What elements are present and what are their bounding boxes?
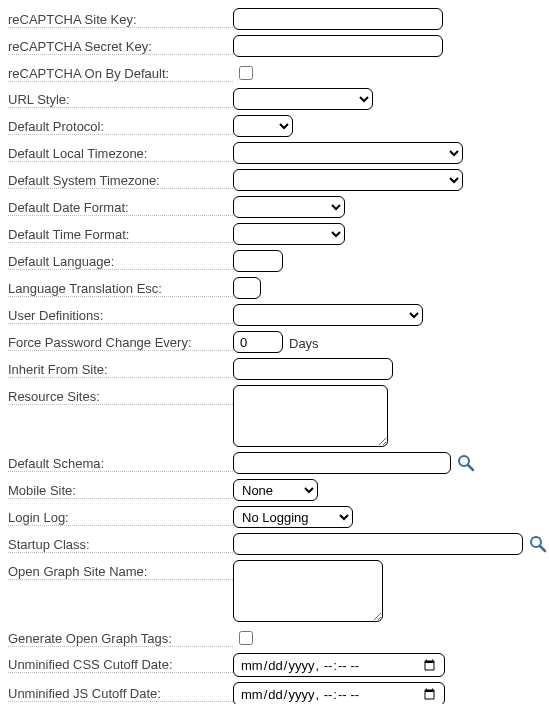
startup-class-label: Startup Class: [8,533,233,553]
recaptcha-on-default-label: reCAPTCHA On By Default: [8,62,233,82]
og-site-name-label: Open Graph Site Name: [8,560,233,580]
recaptcha-on-default-checkbox[interactable] [239,66,253,80]
recaptcha-secret-key-label: reCAPTCHA Secret Key: [8,35,233,55]
inherit-from-site-input[interactable] [233,358,393,380]
unminified-js-cutoff-label: Unminified JS Cutoff Date: [8,682,233,702]
recaptcha-site-key-input[interactable] [233,8,443,30]
login-log-select[interactable]: No Logging [233,506,353,528]
inherit-from-site-label: Inherit From Site: [8,358,233,378]
resource-sites-textarea[interactable] [233,385,388,447]
default-local-tz-label: Default Local Timezone: [8,142,233,162]
svg-line-3 [540,546,545,551]
generate-og-tags-label: Generate Open Graph Tags: [8,627,233,647]
default-system-tz-label: Default System Timezone: [8,169,233,189]
lang-translation-esc-label: Language Translation Esc: [8,277,233,297]
unminified-css-cutoff-input[interactable] [233,653,445,677]
unminified-css-cutoff-label: Unminified CSS Cutoff Date: [8,653,233,673]
svg-line-1 [468,465,473,470]
unminified-js-cutoff-input[interactable] [233,682,445,704]
recaptcha-secret-key-input[interactable] [233,35,443,57]
default-time-format-select[interactable] [233,223,345,245]
default-local-tz-select[interactable] [233,142,463,164]
default-date-format-select[interactable] [233,196,345,218]
startup-class-input[interactable] [233,533,523,555]
force-pw-change-suffix: Days [289,334,319,351]
recaptcha-site-key-label: reCAPTCHA Site Key: [8,8,233,28]
user-definitions-select[interactable] [233,304,423,326]
magnify-icon[interactable] [457,454,475,472]
default-schema-label: Default Schema: [8,452,233,472]
generate-og-tags-checkbox[interactable] [239,631,253,645]
mobile-site-label: Mobile Site: [8,479,233,499]
login-log-label: Login Log: [8,506,233,526]
default-protocol-select[interactable] [233,115,293,137]
magnify-icon[interactable] [529,535,547,553]
default-schema-input[interactable] [233,452,451,474]
og-site-name-textarea[interactable] [233,560,383,622]
force-pw-change-input[interactable] [233,331,283,353]
lang-translation-esc-input[interactable] [233,277,261,299]
default-system-tz-select[interactable] [233,169,463,191]
default-date-format-label: Default Date Format: [8,196,233,216]
mobile-site-select[interactable]: None [233,479,318,501]
default-time-format-label: Default Time Format: [8,223,233,243]
url-style-select[interactable] [233,88,373,110]
default-protocol-label: Default Protocol: [8,115,233,135]
resource-sites-label: Resource Sites: [8,385,233,405]
url-style-label: URL Style: [8,88,233,108]
default-language-label: Default Language: [8,250,233,270]
user-definitions-label: User Definitions: [8,304,233,324]
default-language-input[interactable] [233,250,283,272]
force-pw-change-label: Force Password Change Every: [8,331,233,351]
